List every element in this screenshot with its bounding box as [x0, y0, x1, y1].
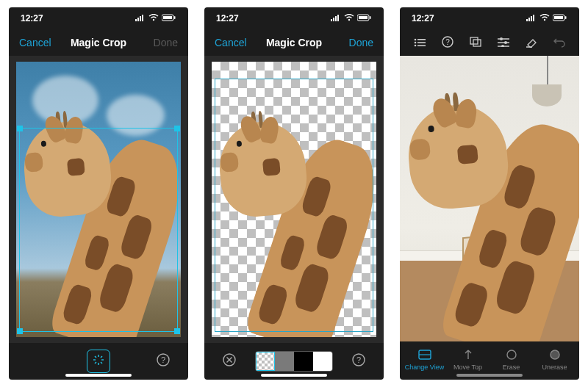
close-button[interactable] — [218, 350, 241, 373]
help-button[interactable]: ? — [439, 34, 456, 51]
layers-button[interactable] — [467, 34, 484, 51]
signal-icon — [331, 13, 341, 23]
svg-rect-20 — [335, 16, 337, 21]
swatch-white[interactable] — [313, 352, 332, 371]
signal-icon — [526, 13, 537, 23]
crop-rectangle[interactable] — [19, 128, 177, 332]
svg-text:?: ? — [445, 38, 450, 46]
battery-icon — [162, 13, 176, 23]
cancel-button[interactable]: Cancel — [19, 37, 63, 48]
status-right — [135, 13, 176, 23]
background-palette — [255, 351, 333, 372]
svg-rect-34 — [533, 15, 534, 21]
list-button[interactable] — [411, 34, 429, 51]
action-move-top[interactable]: Move Top — [446, 347, 490, 371]
eraser-icon — [525, 36, 538, 50]
svg-point-4 — [153, 19, 154, 21]
svg-rect-31 — [526, 19, 528, 21]
battery-icon — [553, 13, 567, 23]
action-label: Move Top — [453, 364, 482, 371]
photo-cutout — [212, 62, 376, 337]
svg-rect-40 — [417, 39, 426, 40]
wifi-icon — [344, 13, 354, 23]
svg-point-22 — [348, 19, 350, 21]
photo-original — [16, 62, 181, 337]
svg-rect-47 — [470, 37, 478, 44]
help-button[interactable]: ? — [347, 350, 370, 373]
svg-rect-32 — [528, 18, 530, 21]
crop-rectangle[interactable] — [215, 79, 373, 332]
list-icon — [414, 37, 426, 49]
undo-button[interactable] — [551, 34, 568, 51]
svg-text:?: ? — [161, 355, 165, 364]
swatch-gray[interactable] — [275, 352, 294, 371]
layer-giraffe[interactable] — [400, 84, 579, 341]
action-unerase[interactable]: Unerase — [533, 347, 576, 371]
svg-rect-48 — [473, 40, 481, 46]
svg-rect-21 — [337, 15, 339, 21]
status-time: 12:27 — [412, 13, 434, 23]
battery-icon — [357, 13, 372, 23]
svg-rect-18 — [331, 19, 332, 21]
svg-rect-44 — [417, 45, 426, 46]
action-change-view[interactable]: Change View — [403, 347, 446, 371]
done-button[interactable]: Done — [134, 37, 178, 48]
screen-3-composite-editor: 12:27 ? — [400, 7, 579, 380]
magic-select-button[interactable] — [87, 350, 110, 373]
home-indicator[interactable] — [456, 374, 523, 377]
home-indicator[interactable] — [65, 374, 132, 377]
svg-rect-3 — [142, 15, 143, 21]
svg-point-39 — [415, 38, 417, 40]
cancel-button[interactable]: Cancel — [215, 37, 259, 48]
svg-rect-6 — [163, 16, 172, 19]
svg-text:?: ? — [356, 355, 361, 364]
help-icon: ? — [156, 352, 171, 370]
unerase-icon — [548, 347, 562, 362]
eraser-button[interactable] — [523, 34, 540, 51]
svg-rect-1 — [137, 18, 139, 21]
wifi-icon — [148, 13, 159, 23]
nav-title: Magic Crop — [266, 37, 322, 48]
svg-rect-33 — [531, 16, 532, 21]
done-button[interactable]: Done — [329, 37, 373, 48]
svg-rect-0 — [135, 19, 137, 21]
composite-canvas[interactable] — [400, 56, 579, 341]
status-time: 12:27 — [216, 13, 239, 23]
swatch-transparent[interactable] — [256, 352, 275, 371]
svg-rect-25 — [370, 16, 371, 19]
sliders-button[interactable] — [495, 34, 512, 51]
svg-rect-24 — [359, 16, 368, 19]
help-icon: ? — [351, 352, 366, 370]
nav-bar: Cancel Magic Crop Done — [9, 29, 188, 56]
wifi-icon — [539, 13, 550, 23]
close-icon — [222, 352, 237, 370]
screen-1-magic-crop-initial: 12:27 Cancel Magic Crop Done — [9, 7, 188, 380]
svg-point-50 — [500, 37, 503, 40]
editor-canvas[interactable] — [9, 56, 188, 343]
editor-canvas[interactable] — [204, 56, 384, 343]
status-right — [526, 13, 567, 23]
svg-rect-7 — [174, 16, 176, 19]
layers-icon — [469, 36, 482, 50]
svg-line-13 — [101, 362, 102, 364]
action-erase[interactable]: Erase — [490, 347, 533, 371]
action-label: Change View — [405, 364, 444, 371]
action-label: Erase — [503, 364, 520, 371]
svg-line-15 — [95, 362, 96, 364]
erase-icon — [504, 347, 519, 362]
help-button[interactable]: ? — [151, 350, 175, 373]
nav-title: Magic Crop — [71, 37, 126, 48]
svg-line-14 — [101, 356, 102, 358]
status-right — [331, 13, 372, 23]
svg-rect-19 — [333, 18, 334, 21]
svg-point-41 — [415, 41, 417, 43]
svg-rect-38 — [565, 16, 567, 19]
swatch-black[interactable] — [294, 352, 313, 371]
help-icon: ? — [441, 35, 454, 51]
svg-point-54 — [501, 45, 504, 47]
nav-bar: Cancel Magic Crop Done — [204, 29, 384, 56]
move-top-icon — [461, 347, 476, 362]
status-bar: 12:27 — [400, 7, 579, 29]
home-indicator[interactable] — [261, 374, 327, 377]
status-bar: 12:27 — [204, 7, 384, 29]
